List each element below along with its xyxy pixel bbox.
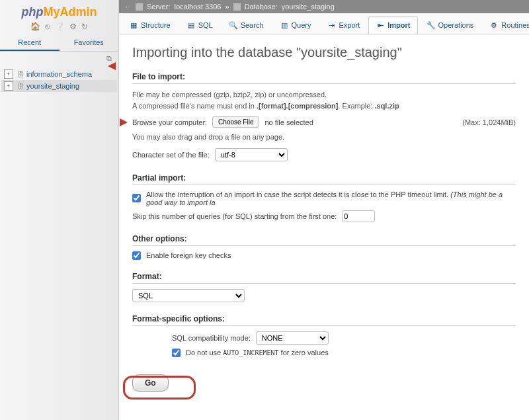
breadcrumb-sep: » (225, 3, 229, 11)
tree-toggle-icon[interactable]: + (4, 81, 13, 91)
db-label: Database: (245, 3, 278, 11)
section-format: Format: (132, 272, 516, 284)
main: ← Server: localhost:3306 » Database: you… (119, 0, 529, 420)
annotation-go-highlight (123, 376, 196, 399)
fk-checks-checkbox[interactable] (132, 251, 141, 260)
annotation-arrow-browse (120, 118, 128, 126)
fk-row: Enable foreign key checks (132, 251, 516, 260)
allow-interrupt-checkbox[interactable] (132, 194, 141, 202)
tab-import[interactable]: ⇤Import (368, 16, 417, 34)
database-icon (233, 3, 241, 11)
content-pane: Importing into the database "yoursite_st… (119, 34, 529, 420)
sidebar-tabs: Recent Favorites (0, 35, 118, 52)
no-file-label: no file selected (264, 118, 313, 126)
choose-file-button[interactable]: Choose File (212, 116, 259, 128)
allow-interrupt-label: Allow the interruption of an import in c… (146, 190, 516, 206)
tab-export[interactable]: ⇥Export (319, 16, 367, 34)
tab-sql[interactable]: ▤SQL (179, 16, 220, 34)
browse-label: Browse your computer: (132, 118, 207, 126)
operations-icon: 🔧 (427, 21, 436, 30)
query-icon: ▥ (280, 21, 289, 30)
docs-icon[interactable]: ❔ (55, 22, 65, 31)
tree-item-information-schema[interactable]: + 🗄 information_schema (1, 68, 117, 80)
compress-hint: File may be compressed (gzip, bzip2, zip… (132, 89, 516, 111)
section-other-options: Other options: (132, 234, 516, 246)
tab-query[interactable]: ▥Query (272, 16, 319, 34)
tab-favorites[interactable]: Favorites (60, 35, 119, 51)
home-icon[interactable]: 🏠 (30, 22, 40, 31)
logout-icon[interactable]: ⎋ (45, 22, 50, 31)
skip-queries-input[interactable] (342, 210, 375, 222)
sidebar: phpMyAdmin 🏠 ⎋ ❔ ⚙ ↻ Recent Favorites ⧉ … (0, 0, 119, 420)
settings-icon[interactable]: ⚙ (69, 22, 77, 31)
sql-icon: ▤ (186, 21, 196, 30)
logo: phpMyAdmin (0, 0, 118, 21)
server-value[interactable]: localhost:3306 (174, 3, 221, 11)
tab-structure[interactable]: ▦Structure (122, 16, 178, 34)
noauto-checkbox[interactable] (172, 349, 181, 357)
link-toggle-icon[interactable]: ⧉ (0, 52, 118, 65)
tree-item-yoursite-staging[interactable]: + 🗄 yoursite_staging (1, 80, 117, 92)
max-size: (Max: 1,024MiB) (462, 118, 516, 126)
annotation-arrow-db (108, 62, 116, 70)
structure-icon: ▦ (129, 21, 138, 30)
format-select[interactable]: SQL (132, 289, 245, 302)
server-icon (136, 3, 143, 11)
skip-queries-label: Skip this number of queries (for SQL) st… (132, 212, 337, 220)
charset-label: Character set of the file: (132, 151, 210, 159)
database-icon: 🗄 (17, 83, 24, 90)
fk-checks-label: Enable foreign key checks (146, 251, 231, 259)
reload-icon[interactable]: ↻ (81, 22, 88, 31)
section-format-specific: Format-specific options: (132, 314, 516, 326)
routines-icon: ⚙ (489, 21, 499, 30)
format-row: SQL (132, 289, 516, 302)
compat-select[interactable]: NONE (256, 331, 329, 345)
charset-select[interactable]: utf-8 (215, 148, 288, 161)
compat-label: SQL compatibility mode: (172, 334, 251, 342)
noauto-label: Do not use AUTO_INCREMENT for zero value… (186, 349, 329, 357)
tree-label: yoursite_staging (26, 82, 79, 90)
search-icon: 🔍 (229, 21, 238, 30)
allow-interrupt-row: Allow the interruption of an import in c… (132, 190, 516, 206)
page-title: Importing into the database "yoursite_st… (132, 45, 516, 60)
browse-row: Browse your computer: Choose File no fil… (132, 116, 516, 128)
section-partial-import: Partial import: (132, 173, 516, 185)
tree-label: information_schema (26, 70, 92, 78)
top-tabs: ▦Structure ▤SQL 🔍Search ▥Query ⇥Export ⇤… (119, 13, 529, 34)
export-icon: ⇥ (327, 21, 336, 30)
logo-myadmin: MyAdmin (44, 5, 97, 19)
db-value[interactable]: yoursite_staging (282, 3, 335, 11)
skip-queries-row: Skip this number of queries (for SQL) st… (132, 210, 516, 222)
tab-operations[interactable]: 🔧Operations (419, 16, 481, 34)
noauto-row: Do not use AUTO_INCREMENT for zero value… (172, 349, 516, 357)
breadcrumb: ← Server: localhost:3306 » Database: you… (119, 0, 529, 13)
database-icon: 🗄 (17, 71, 24, 78)
logo-php: php (22, 5, 44, 19)
drag-hint: You may also drag and drop a file on any… (132, 132, 516, 143)
server-label: Server: (147, 3, 170, 11)
tab-recent[interactable]: Recent (0, 35, 60, 51)
compat-row: SQL compatibility mode: NONE (172, 331, 516, 345)
section-file-to-import: File to import: (132, 72, 516, 84)
tree-toggle-icon[interactable]: + (4, 69, 13, 79)
tab-search[interactable]: 🔍Search (222, 16, 271, 34)
charset-row: Character set of the file: utf-8 (132, 148, 516, 161)
home-toolbar: 🏠 ⎋ ❔ ⚙ ↻ (0, 21, 118, 35)
db-tree: + 🗄 information_schema + 🗄 yoursite_stag… (0, 65, 118, 95)
import-icon: ⇤ (376, 21, 385, 30)
collapse-arrow-icon[interactable]: ← (124, 3, 132, 11)
tab-routines[interactable]: ⚙Routines (482, 16, 529, 34)
